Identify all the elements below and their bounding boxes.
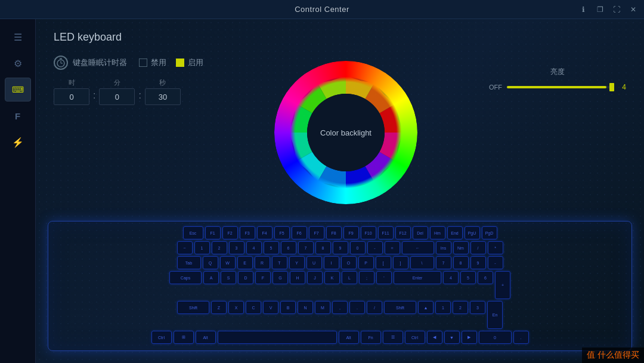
key-9[interactable]: 9	[333, 241, 348, 254]
key-pgdn[interactable]: PgD	[482, 226, 497, 239]
key-numplus[interactable]: +	[495, 271, 510, 299]
key-7[interactable]: 7	[298, 241, 314, 254]
key-w[interactable]: W	[220, 256, 236, 269]
key-del[interactable]: Del	[413, 226, 428, 239]
key-period[interactable]: .	[349, 301, 365, 314]
key-tab[interactable]: Tab	[177, 256, 201, 269]
key-f3[interactable]: F3	[240, 226, 255, 239]
key-down[interactable]: ▼	[444, 331, 460, 344]
key-f5[interactable]: F5	[274, 226, 290, 239]
key-num8[interactable]: 8	[453, 256, 469, 269]
key-g[interactable]: G	[273, 271, 288, 284]
key-z[interactable]: Z	[211, 301, 227, 314]
key-space[interactable]	[218, 331, 337, 344]
key-left[interactable]: ◀	[427, 331, 442, 344]
color-wheel[interactable]: Color backlight	[274, 61, 417, 204]
key-4[interactable]: 4	[246, 241, 262, 254]
key-num2[interactable]: 2	[453, 301, 468, 314]
key-numenter[interactable]: En	[487, 301, 503, 329]
key-right[interactable]: ▶	[462, 331, 477, 344]
key-quote[interactable]: '	[376, 271, 392, 284]
key-v[interactable]: V	[263, 301, 278, 314]
key-slash[interactable]: /	[367, 301, 382, 314]
key-esc[interactable]: Esc	[183, 226, 203, 239]
key-d[interactable]: D	[238, 271, 253, 284]
key-q[interactable]: Q	[203, 256, 218, 269]
key-3[interactable]: 3	[229, 241, 244, 254]
key-enter[interactable]: Enter	[394, 271, 441, 284]
key-backtick[interactable]: ~	[177, 241, 193, 254]
key-h[interactable]: H	[290, 271, 305, 284]
key-menu[interactable]: ☰	[383, 331, 403, 344]
key-f6[interactable]: F6	[292, 226, 307, 239]
key-minus[interactable]: -	[367, 241, 383, 254]
key-1[interactable]: 1	[194, 241, 210, 254]
key-x[interactable]: X	[228, 301, 244, 314]
key-num1[interactable]: 1	[435, 301, 451, 314]
key-f8[interactable]: F8	[326, 226, 342, 239]
disabled-checkbox[interactable]: 禁用	[139, 57, 166, 68]
key-u[interactable]: U	[306, 256, 322, 269]
key-k[interactable]: K	[324, 271, 340, 284]
maximize-button[interactable]: ⛶	[611, 4, 623, 16]
key-up[interactable]: ▲	[418, 301, 434, 314]
key-6[interactable]: 6	[281, 241, 296, 254]
key-n[interactable]: N	[298, 301, 313, 314]
key-win[interactable]: ⊞	[174, 331, 194, 344]
key-lshift[interactable]: Shift	[177, 301, 209, 314]
key-fn[interactable]: Fn	[361, 331, 381, 344]
sidebar-item-power[interactable]: ⚡	[5, 130, 31, 154]
key-alt[interactable]: Alt	[196, 331, 216, 344]
key-numdot[interactable]: .	[513, 331, 529, 344]
key-num[interactable]: Nm	[453, 241, 469, 254]
key-5[interactable]: 5	[264, 241, 279, 254]
sidebar-item-keyboard[interactable]: ⌨	[5, 78, 31, 101]
key-c[interactable]: C	[246, 301, 261, 314]
brightness-slider-thumb[interactable]	[609, 83, 614, 91]
key-8[interactable]: 8	[315, 241, 331, 254]
key-ctrl[interactable]: Ctrl	[151, 331, 172, 344]
key-rbracket[interactable]: ]	[393, 256, 408, 269]
key-f1[interactable]: F1	[205, 226, 221, 239]
key-i[interactable]: I	[324, 256, 339, 269]
key-comma[interactable]: ,	[332, 301, 348, 314]
key-equals[interactable]: =	[385, 241, 400, 254]
key-backslash[interactable]: \	[410, 256, 434, 269]
key-semicolon[interactable]: ;	[359, 271, 374, 284]
key-f11[interactable]: F11	[378, 226, 394, 239]
key-ins[interactable]: Ins	[436, 241, 451, 254]
sidebar-item-settings[interactable]: ⚙	[5, 51, 31, 75]
close-button[interactable]: ✕	[627, 4, 639, 16]
restore-button[interactable]: ❐	[594, 4, 606, 16]
key-2[interactable]: 2	[212, 241, 227, 254]
brightness-slider[interactable]	[507, 86, 612, 88]
key-b[interactable]: B	[280, 301, 296, 314]
key-0[interactable]: 0	[350, 241, 366, 254]
key-end[interactable]: End	[447, 226, 463, 239]
key-f9[interactable]: F9	[343, 226, 359, 239]
key-f10[interactable]: F10	[361, 226, 376, 239]
key-r[interactable]: R	[255, 256, 270, 269]
key-mul[interactable]: *	[488, 241, 503, 254]
key-a[interactable]: A	[203, 271, 219, 284]
key-div[interactable]: /	[470, 241, 486, 254]
key-pgup[interactable]: PgU	[465, 226, 480, 239]
key-p[interactable]: P	[358, 256, 374, 269]
key-l[interactable]: L	[342, 271, 357, 284]
key-m[interactable]: M	[315, 301, 330, 314]
key-num9[interactable]: 9	[470, 256, 486, 269]
key-rshift[interactable]: Shift	[384, 301, 416, 314]
key-f2[interactable]: F2	[222, 226, 238, 239]
key-t[interactable]: T	[272, 256, 287, 269]
key-home[interactable]: Hm	[430, 226, 445, 239]
sidebar-item-menu[interactable]: ☰	[5, 25, 31, 49]
key-f7[interactable]: F7	[309, 226, 324, 239]
key-j[interactable]: J	[307, 271, 323, 284]
key-f[interactable]: F	[255, 271, 271, 284]
key-numminus[interactable]: -	[488, 256, 503, 269]
color-wheel-container[interactable]: Color backlight	[268, 55, 423, 210]
key-f12[interactable]: F12	[395, 226, 411, 239]
key-y[interactable]: Y	[289, 256, 305, 269]
key-num6[interactable]: 6	[478, 271, 493, 284]
key-num3[interactable]: 3	[470, 301, 485, 314]
